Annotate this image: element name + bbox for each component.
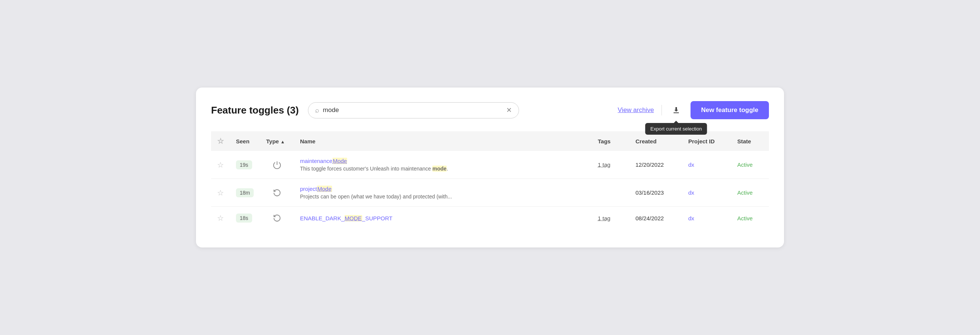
toggle-name-link[interactable]: projectMode bbox=[300, 186, 332, 192]
toggles-table: ☆ Seen Type▲ Name Tags Created Project I… bbox=[211, 131, 769, 230]
created-cell: 03/16/2023 bbox=[630, 179, 682, 207]
new-feature-toggle-button[interactable]: New feature toggle bbox=[690, 101, 769, 119]
project-id-cell: dx bbox=[682, 207, 731, 230]
star-header-icon[interactable]: ☆ bbox=[217, 137, 224, 145]
state-badge: Active bbox=[737, 189, 753, 196]
tag-link[interactable]: 1 tag bbox=[598, 215, 610, 222]
name-cell: projectModeProjects can be open (what we… bbox=[294, 179, 592, 207]
toggle-name-link[interactable]: ENABLE_DARK_MODE_SUPPORT bbox=[300, 215, 392, 222]
search-icon: ⌕ bbox=[315, 106, 319, 114]
name-highlight: Mode bbox=[332, 158, 347, 164]
seen-badge: 18m bbox=[236, 188, 254, 197]
star-cell: ☆ bbox=[211, 151, 230, 179]
tags-cell bbox=[592, 179, 630, 207]
toggle-name[interactable]: ENABLE_DARK_MODE_SUPPORT bbox=[300, 215, 586, 222]
project-id-cell: dx bbox=[682, 179, 731, 207]
export-button-wrapper: Export current selection bbox=[670, 104, 683, 117]
star-icon[interactable]: ☆ bbox=[217, 188, 224, 197]
project-id-link[interactable]: dx bbox=[688, 161, 694, 168]
name-prefix: maintenance bbox=[300, 158, 332, 164]
name-cell: maintenanceModeThis toggle forces custom… bbox=[294, 151, 592, 179]
search-bar: ⌕ ✕ bbox=[308, 102, 519, 118]
page-title: Feature toggles (3) bbox=[211, 105, 299, 116]
state-cell: Active bbox=[731, 179, 769, 207]
project-id-cell: dx bbox=[682, 151, 731, 179]
power-icon bbox=[273, 161, 281, 169]
state-badge: Active bbox=[737, 215, 753, 222]
sort-arrow: ▲ bbox=[280, 139, 285, 145]
toggle-name[interactable]: projectMode bbox=[300, 186, 586, 192]
name-highlight: MODE bbox=[345, 215, 362, 222]
refresh-icon bbox=[273, 188, 281, 197]
col-state: State bbox=[731, 131, 769, 151]
desc-suffix: . bbox=[447, 166, 448, 172]
col-type-label[interactable]: Type bbox=[266, 138, 279, 145]
export-button[interactable] bbox=[670, 104, 683, 117]
type-cell bbox=[260, 207, 294, 230]
created-cell: 12/20/2022 bbox=[630, 151, 682, 179]
created-date: 03/16/2023 bbox=[635, 189, 664, 196]
refresh-icon bbox=[273, 214, 281, 222]
main-card: Feature toggles (3) ⌕ ✕ View archive Exp… bbox=[196, 88, 784, 247]
search-input[interactable] bbox=[323, 106, 503, 114]
name-cell: ENABLE_DARK_MODE_SUPPORT bbox=[294, 207, 592, 230]
col-tags: Tags bbox=[592, 131, 630, 151]
created-date: 08/24/2022 bbox=[635, 215, 664, 222]
desc-text: This toggle forces customer's Unleash in… bbox=[300, 166, 432, 172]
created-date: 12/20/2022 bbox=[635, 161, 664, 168]
state-badge: Active bbox=[737, 161, 753, 168]
project-id-link[interactable]: dx bbox=[688, 215, 694, 222]
export-tooltip: Export current selection bbox=[645, 123, 708, 135]
star-cell: ☆ bbox=[211, 179, 230, 207]
toggle-description: This toggle forces customer's Unleash in… bbox=[300, 166, 586, 172]
table-row: ☆ 18m projectModeProjects can be open (w… bbox=[211, 179, 769, 207]
seen-cell: 19s bbox=[230, 151, 260, 179]
name-prefix: ENABLE_DARK_ bbox=[300, 215, 345, 222]
created-cell: 08/24/2022 bbox=[630, 207, 682, 230]
type-cell bbox=[260, 151, 294, 179]
star-icon[interactable]: ☆ bbox=[217, 214, 224, 222]
toggle-name-link[interactable]: maintenanceMode bbox=[300, 158, 347, 164]
seen-cell: 18m bbox=[230, 179, 260, 207]
col-type: Type▲ bbox=[260, 131, 294, 151]
type-cell bbox=[260, 179, 294, 207]
seen-badge: 18s bbox=[236, 214, 252, 223]
state-cell: Active bbox=[731, 207, 769, 230]
name-highlight: Mode bbox=[317, 186, 332, 192]
col-seen: Seen bbox=[230, 131, 260, 151]
view-archive-link[interactable]: View archive bbox=[618, 106, 654, 114]
project-id-link[interactable]: dx bbox=[688, 189, 694, 196]
header: Feature toggles (3) ⌕ ✕ View archive Exp… bbox=[211, 101, 769, 119]
tag-link[interactable]: 1 tag bbox=[598, 161, 610, 168]
divider bbox=[662, 105, 662, 115]
star-icon[interactable]: ☆ bbox=[217, 161, 224, 169]
seen-badge: 19s bbox=[236, 160, 252, 169]
toggle-name[interactable]: maintenanceMode bbox=[300, 158, 586, 164]
seen-cell: 18s bbox=[230, 207, 260, 230]
desc-text: Projects can be open (what we have today… bbox=[300, 193, 452, 199]
clear-search-button[interactable]: ✕ bbox=[506, 107, 512, 113]
name-suffix: _SUPPORT bbox=[362, 215, 393, 222]
col-name: Name bbox=[294, 131, 592, 151]
tags-cell: 1 tag bbox=[592, 207, 630, 230]
table-row: ☆ 19s maintenanceModeThis toggle forces … bbox=[211, 151, 769, 179]
star-cell: ☆ bbox=[211, 207, 230, 230]
download-icon bbox=[672, 105, 681, 115]
header-actions: View archive Export current selection Ne… bbox=[618, 101, 769, 119]
desc-highlight: mode bbox=[432, 166, 446, 172]
toggle-description: Projects can be open (what we have today… bbox=[300, 193, 586, 199]
name-prefix: project bbox=[300, 186, 317, 192]
state-cell: Active bbox=[731, 151, 769, 179]
tags-cell: 1 tag bbox=[592, 151, 630, 179]
table-row: ☆ 18s ENABLE_DARK_MODE_SUPPORT 1 tag 08/… bbox=[211, 207, 769, 230]
col-star: ☆ bbox=[211, 131, 230, 151]
